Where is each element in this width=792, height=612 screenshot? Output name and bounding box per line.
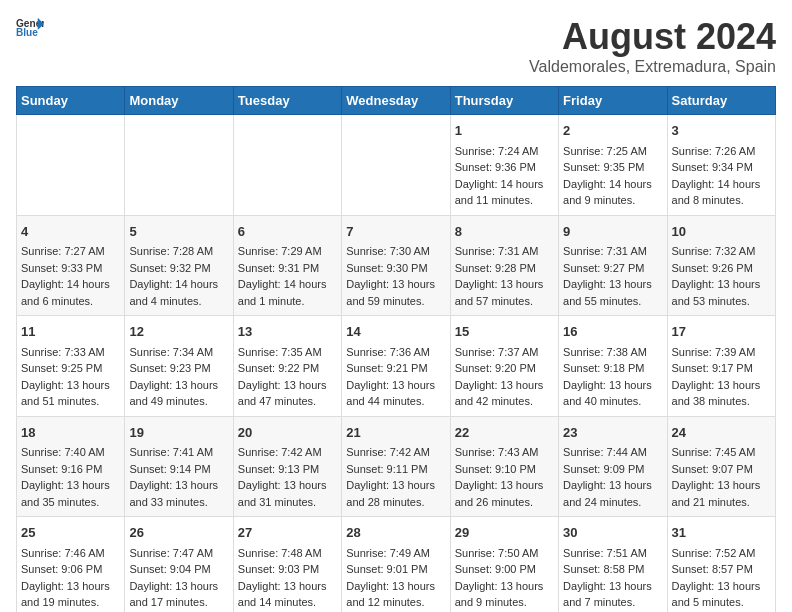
logo: General Blue xyxy=(16,16,44,38)
cell-content: Sunrise: 7:42 AM Sunset: 9:13 PM Dayligh… xyxy=(238,444,337,510)
cell-content: Sunrise: 7:50 AM Sunset: 9:00 PM Dayligh… xyxy=(455,545,554,611)
cell-content: Sunrise: 7:49 AM Sunset: 9:01 PM Dayligh… xyxy=(346,545,445,611)
cell-content: Sunrise: 7:31 AM Sunset: 9:28 PM Dayligh… xyxy=(455,243,554,309)
calendar-cell: 4Sunrise: 7:27 AM Sunset: 9:33 PM Daylig… xyxy=(17,215,125,316)
calendar-cell xyxy=(125,115,233,216)
day-number: 4 xyxy=(21,222,120,242)
calendar-cell: 12Sunrise: 7:34 AM Sunset: 9:23 PM Dayli… xyxy=(125,316,233,417)
day-number: 21 xyxy=(346,423,445,443)
day-number: 20 xyxy=(238,423,337,443)
calendar-cell: 24Sunrise: 7:45 AM Sunset: 9:07 PM Dayli… xyxy=(667,416,775,517)
cell-content: Sunrise: 7:46 AM Sunset: 9:06 PM Dayligh… xyxy=(21,545,120,611)
day-number: 8 xyxy=(455,222,554,242)
calendar-cell: 11Sunrise: 7:33 AM Sunset: 9:25 PM Dayli… xyxy=(17,316,125,417)
svg-text:Blue: Blue xyxy=(16,27,38,38)
cell-content: Sunrise: 7:44 AM Sunset: 9:09 PM Dayligh… xyxy=(563,444,662,510)
calendar-body: 1Sunrise: 7:24 AM Sunset: 9:36 PM Daylig… xyxy=(17,115,776,613)
calendar-cell: 20Sunrise: 7:42 AM Sunset: 9:13 PM Dayli… xyxy=(233,416,341,517)
day-number: 23 xyxy=(563,423,662,443)
cell-content: Sunrise: 7:33 AM Sunset: 9:25 PM Dayligh… xyxy=(21,344,120,410)
calendar-cell: 30Sunrise: 7:51 AM Sunset: 8:58 PM Dayli… xyxy=(559,517,667,613)
cell-content: Sunrise: 7:30 AM Sunset: 9:30 PM Dayligh… xyxy=(346,243,445,309)
day-number: 30 xyxy=(563,523,662,543)
cell-content: Sunrise: 7:25 AM Sunset: 9:35 PM Dayligh… xyxy=(563,143,662,209)
calendar-cell: 16Sunrise: 7:38 AM Sunset: 9:18 PM Dayli… xyxy=(559,316,667,417)
calendar-day-header: Sunday xyxy=(17,87,125,115)
day-number: 6 xyxy=(238,222,337,242)
title-area: August 2024 Valdemorales, Extremadura, S… xyxy=(529,16,776,76)
calendar-cell: 13Sunrise: 7:35 AM Sunset: 9:22 PM Dayli… xyxy=(233,316,341,417)
calendar-week-row: 11Sunrise: 7:33 AM Sunset: 9:25 PM Dayli… xyxy=(17,316,776,417)
cell-content: Sunrise: 7:26 AM Sunset: 9:34 PM Dayligh… xyxy=(672,143,771,209)
header: General Blue August 2024 Valdemorales, E… xyxy=(16,16,776,76)
cell-content: Sunrise: 7:42 AM Sunset: 9:11 PM Dayligh… xyxy=(346,444,445,510)
day-number: 17 xyxy=(672,322,771,342)
cell-content: Sunrise: 7:38 AM Sunset: 9:18 PM Dayligh… xyxy=(563,344,662,410)
calendar-week-row: 1Sunrise: 7:24 AM Sunset: 9:36 PM Daylig… xyxy=(17,115,776,216)
day-number: 24 xyxy=(672,423,771,443)
day-number: 2 xyxy=(563,121,662,141)
cell-content: Sunrise: 7:51 AM Sunset: 8:58 PM Dayligh… xyxy=(563,545,662,611)
cell-content: Sunrise: 7:24 AM Sunset: 9:36 PM Dayligh… xyxy=(455,143,554,209)
cell-content: Sunrise: 7:29 AM Sunset: 9:31 PM Dayligh… xyxy=(238,243,337,309)
day-number: 9 xyxy=(563,222,662,242)
calendar-cell: 6Sunrise: 7:29 AM Sunset: 9:31 PM Daylig… xyxy=(233,215,341,316)
day-number: 11 xyxy=(21,322,120,342)
main-title: August 2024 xyxy=(529,16,776,58)
calendar-cell: 19Sunrise: 7:41 AM Sunset: 9:14 PM Dayli… xyxy=(125,416,233,517)
day-number: 25 xyxy=(21,523,120,543)
day-number: 28 xyxy=(346,523,445,543)
day-number: 1 xyxy=(455,121,554,141)
cell-content: Sunrise: 7:40 AM Sunset: 9:16 PM Dayligh… xyxy=(21,444,120,510)
cell-content: Sunrise: 7:37 AM Sunset: 9:20 PM Dayligh… xyxy=(455,344,554,410)
calendar-week-row: 25Sunrise: 7:46 AM Sunset: 9:06 PM Dayli… xyxy=(17,517,776,613)
cell-content: Sunrise: 7:45 AM Sunset: 9:07 PM Dayligh… xyxy=(672,444,771,510)
calendar-cell xyxy=(233,115,341,216)
subtitle: Valdemorales, Extremadura, Spain xyxy=(529,58,776,76)
calendar-cell: 23Sunrise: 7:44 AM Sunset: 9:09 PM Dayli… xyxy=(559,416,667,517)
calendar-cell: 29Sunrise: 7:50 AM Sunset: 9:00 PM Dayli… xyxy=(450,517,558,613)
calendar-cell: 27Sunrise: 7:48 AM Sunset: 9:03 PM Dayli… xyxy=(233,517,341,613)
cell-content: Sunrise: 7:52 AM Sunset: 8:57 PM Dayligh… xyxy=(672,545,771,611)
day-number: 10 xyxy=(672,222,771,242)
cell-content: Sunrise: 7:31 AM Sunset: 9:27 PM Dayligh… xyxy=(563,243,662,309)
day-number: 18 xyxy=(21,423,120,443)
calendar-cell xyxy=(342,115,450,216)
day-number: 15 xyxy=(455,322,554,342)
calendar-cell: 9Sunrise: 7:31 AM Sunset: 9:27 PM Daylig… xyxy=(559,215,667,316)
calendar-cell: 21Sunrise: 7:42 AM Sunset: 9:11 PM Dayli… xyxy=(342,416,450,517)
calendar-cell: 3Sunrise: 7:26 AM Sunset: 9:34 PM Daylig… xyxy=(667,115,775,216)
calendar-day-header: Monday xyxy=(125,87,233,115)
calendar-table: SundayMondayTuesdayWednesdayThursdayFrid… xyxy=(16,86,776,612)
day-number: 26 xyxy=(129,523,228,543)
day-number: 3 xyxy=(672,121,771,141)
calendar-cell: 22Sunrise: 7:43 AM Sunset: 9:10 PM Dayli… xyxy=(450,416,558,517)
calendar-cell: 10Sunrise: 7:32 AM Sunset: 9:26 PM Dayli… xyxy=(667,215,775,316)
cell-content: Sunrise: 7:48 AM Sunset: 9:03 PM Dayligh… xyxy=(238,545,337,611)
day-number: 27 xyxy=(238,523,337,543)
calendar-cell: 18Sunrise: 7:40 AM Sunset: 9:16 PM Dayli… xyxy=(17,416,125,517)
day-number: 7 xyxy=(346,222,445,242)
calendar-cell xyxy=(17,115,125,216)
cell-content: Sunrise: 7:35 AM Sunset: 9:22 PM Dayligh… xyxy=(238,344,337,410)
calendar-day-header: Saturday xyxy=(667,87,775,115)
calendar-day-header: Friday xyxy=(559,87,667,115)
calendar-cell: 25Sunrise: 7:46 AM Sunset: 9:06 PM Dayli… xyxy=(17,517,125,613)
day-number: 16 xyxy=(563,322,662,342)
calendar-week-row: 18Sunrise: 7:40 AM Sunset: 9:16 PM Dayli… xyxy=(17,416,776,517)
calendar-cell: 15Sunrise: 7:37 AM Sunset: 9:20 PM Dayli… xyxy=(450,316,558,417)
calendar-day-header: Tuesday xyxy=(233,87,341,115)
day-number: 13 xyxy=(238,322,337,342)
calendar-cell: 7Sunrise: 7:30 AM Sunset: 9:30 PM Daylig… xyxy=(342,215,450,316)
calendar-cell: 31Sunrise: 7:52 AM Sunset: 8:57 PM Dayli… xyxy=(667,517,775,613)
cell-content: Sunrise: 7:43 AM Sunset: 9:10 PM Dayligh… xyxy=(455,444,554,510)
logo-icon: General Blue xyxy=(16,16,44,38)
calendar-cell: 28Sunrise: 7:49 AM Sunset: 9:01 PM Dayli… xyxy=(342,517,450,613)
calendar-week-row: 4Sunrise: 7:27 AM Sunset: 9:33 PM Daylig… xyxy=(17,215,776,316)
cell-content: Sunrise: 7:28 AM Sunset: 9:32 PM Dayligh… xyxy=(129,243,228,309)
calendar-cell: 17Sunrise: 7:39 AM Sunset: 9:17 PM Dayli… xyxy=(667,316,775,417)
cell-content: Sunrise: 7:47 AM Sunset: 9:04 PM Dayligh… xyxy=(129,545,228,611)
calendar-cell: 14Sunrise: 7:36 AM Sunset: 9:21 PM Dayli… xyxy=(342,316,450,417)
cell-content: Sunrise: 7:41 AM Sunset: 9:14 PM Dayligh… xyxy=(129,444,228,510)
calendar-cell: 1Sunrise: 7:24 AM Sunset: 9:36 PM Daylig… xyxy=(450,115,558,216)
